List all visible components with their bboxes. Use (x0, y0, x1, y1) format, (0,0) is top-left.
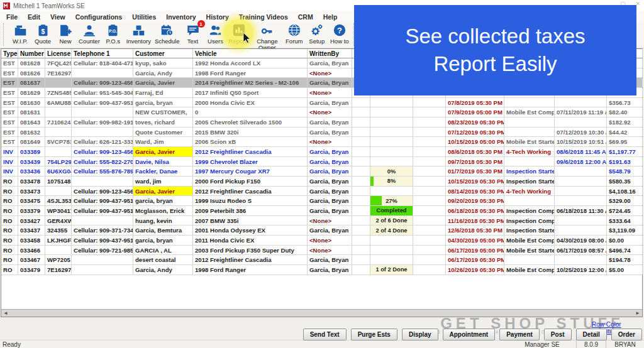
cell-appt: 09/6/2018 12:00 AM (... (555, 157, 607, 166)
cell-type: RO (1, 177, 18, 186)
cell-phone: Cellular: 951-545-3044 (72, 88, 133, 97)
cell-vehicle: 2000 Ford Pickup F150 (193, 177, 308, 186)
cell-blank1 (352, 128, 370, 137)
cell-amount: $0.00 (607, 236, 643, 245)
cell-number: 033427 (18, 216, 45, 226)
toolbar-button-p-o-s[interactable]: P.O.P.O.s (104, 23, 123, 45)
order-button[interactable]: Order (611, 329, 642, 340)
detail-button[interactable]: Detail (576, 329, 607, 340)
cell-blank1 (352, 246, 370, 255)
cell-writtenby: Garcia, Bryan (308, 117, 352, 127)
purge-ests-button[interactable]: Purge Ests (351, 329, 397, 340)
progress-label: Completed (370, 207, 413, 214)
toolbar-button-change-owner[interactable]: Change Owner (253, 23, 281, 50)
table-row[interactable]: EST0816437J10624Cellular: 909-982-1919to… (1, 117, 642, 128)
cell-progress (370, 147, 413, 156)
cell-appt: 10/25/2019 12:00 AM ... (555, 265, 607, 275)
send-text-button[interactable]: Send Text (303, 329, 347, 340)
cell-status: Mobile Est Started (504, 137, 555, 146)
cell-customer: garcia, bryan (133, 236, 193, 245)
toolbar-button-inventory[interactable]: Inventory (126, 23, 151, 45)
menu-view[interactable]: View (45, 13, 70, 21)
menu-file[interactable]: File (1, 13, 23, 21)
cell-customer: Garcia, Bemtura (133, 226, 193, 235)
table-row[interactable]: RO033466Cellular: 909-721-9858GARCIA , A… (1, 246, 642, 256)
cell-blank1 (352, 107, 370, 117)
menu-configurations[interactable]: Configurations (70, 13, 128, 21)
cell-customer: garcia, bryan (133, 98, 193, 107)
table-row[interactable]: INV033439754LP29Cellular: 555-822-2703Da… (1, 157, 642, 167)
menu-crm[interactable]: CRM (293, 13, 318, 21)
toolbar-button-new[interactable]: New (56, 23, 75, 45)
counter-icon (82, 23, 96, 37)
table-row[interactable]: RO0334797E16297Garcia, Andy1998 Ford Ran… (1, 265, 642, 275)
cell-number: 081631 (18, 107, 45, 117)
table-row[interactable]: RO033427GER4XWMhuang, kevin2007 BMW 335i… (1, 216, 642, 226)
scroll-left-icon[interactable]: ◄ (3, 310, 8, 316)
menu-help[interactable]: Help (318, 13, 343, 21)
toolbar-button-how-to[interactable]: ?How to (330, 23, 349, 45)
table-row[interactable]: RO033458LKJHGFCellular: 909-437-9514garc… (1, 236, 642, 246)
toolbar-button-quote[interactable]: $Quote (33, 23, 52, 45)
cell-vehicle: 2003 Ford Pickup F350 Super Duty (193, 246, 308, 255)
cell-appt: 07/11/2019 11:19 AM (... (555, 107, 607, 117)
toolbar-button-counter[interactable]: Counter (79, 23, 100, 45)
cell-writtenby: Garcia, Bryan (308, 226, 352, 235)
menu-inventory[interactable]: Inventory (161, 13, 201, 21)
cell-type: RO (1, 265, 18, 275)
post-button[interactable]: Post (544, 329, 572, 340)
table-row[interactable]: RO033467WP7205desert coastal2012 Freight… (1, 255, 642, 265)
column-header-license[interactable]: License (45, 49, 72, 58)
table-row[interactable]: EST0816306AMU886Cellular: 909-437-9514ga… (1, 98, 642, 108)
table-row[interactable]: RO033473Cellular: 909-123-4567Garcia, Ja… (1, 187, 642, 197)
cell-phone: Cellular: 909-437-9514 (72, 196, 133, 205)
cell-number: 033436 (18, 166, 45, 176)
cell-blank1 (352, 187, 370, 196)
cell-phone: Cellular: 909-123-4567 (72, 78, 133, 87)
table-row[interactable]: RO0334754SJL353Cellular: 909-437-9514gar… (1, 196, 642, 206)
table-row[interactable]: RO0334781075148ward, jim2000 Ford Pickup… (1, 177, 642, 187)
menu-utilities[interactable]: Utilities (127, 13, 161, 21)
menu-edit[interactable]: Edit (23, 13, 45, 21)
table-row[interactable]: EST081632Quote Customer2015 BMW 320iGarc… (1, 128, 642, 138)
table-row[interactable]: RO033437324355Cellular: 909-371-7340Garc… (1, 226, 642, 236)
table-row[interactable]: RO033379WP30417Cellular: 909-437-9514Mcg… (1, 206, 642, 216)
toolbar-button-text[interactable]: 1Text (184, 23, 203, 45)
table-row[interactable]: EST081631NEW CUSTOMER,0<None>07/9/2019 0… (1, 107, 642, 117)
toolbar-button-schedule[interactable]: Schedule (155, 23, 180, 45)
column-header-customer[interactable]: Customer (133, 49, 193, 58)
column-header-type[interactable]: Type (1, 49, 18, 58)
column-header-telephone-1[interactable]: Telephone 1 (72, 49, 133, 58)
table-row[interactable]: INV0334366U6XG04Cellular: 555-876-7892Fa… (1, 166, 642, 177)
cell-phone: Cellular: 818-404-4713 (72, 58, 133, 68)
horizontal-scrollbar[interactable]: ◄ ► (1, 309, 642, 317)
menu-history[interactable]: History (201, 13, 234, 21)
cell-type: EST (1, 117, 18, 127)
cell-number: 033379 (18, 206, 45, 215)
column-header-vehicle[interactable]: Vehicle (193, 49, 308, 58)
cell-writtenby: Garcia, Bryan (308, 98, 352, 107)
cell-phone: Cellular: 909-437-9514 (72, 98, 133, 107)
toolbar-button-w-i-p[interactable]: W.I.P. (11, 23, 30, 45)
toolbar-button-users[interactable]: Users (206, 23, 225, 45)
toolbar-button-forum[interactable]: Forum (285, 23, 304, 45)
scroll-right-icon[interactable]: ► (635, 310, 640, 316)
toolbar-button-setup[interactable]: Setup (308, 23, 326, 45)
appointment-button[interactable]: Appointment (443, 329, 496, 340)
cell-appt: 06/17/2019 08:57 AM ... (555, 246, 607, 255)
cell-promised: 10/15/2019 05:00 PM (446, 137, 504, 146)
payment-button[interactable]: Payment (499, 329, 540, 340)
column-header-writtenby[interactable]: WrittenBy (308, 49, 352, 58)
table-row[interactable]: EST0816495VCP783Cellular: 626-121-3333Wa… (1, 137, 642, 147)
cell-writtenby: Garcia, Bryan (308, 157, 352, 166)
cell-number: 081629 (18, 88, 45, 97)
cell-writtenby: <None> (308, 236, 352, 245)
cell-amount: $191.63 (607, 157, 643, 166)
cell-type: INV (1, 157, 18, 166)
column-header-number[interactable]: Number (18, 49, 45, 58)
cell-progress (370, 255, 413, 264)
table-row[interactable]: INV033389Cellular: 909-123-4567Garcia, J… (1, 147, 642, 157)
cell-type: EST (1, 68, 18, 78)
display-button[interactable]: Display (402, 329, 438, 340)
toolbar-button-reports[interactable]: Reports (229, 23, 250, 45)
